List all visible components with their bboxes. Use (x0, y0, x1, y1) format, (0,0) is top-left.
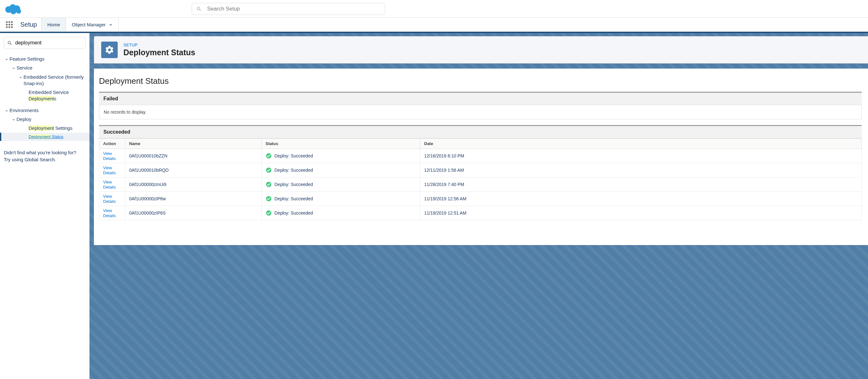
tree-label: Embedded Service (formerly Snap-ins) (24, 74, 86, 87)
view-details-link[interactable]: View Details (103, 151, 116, 161)
svg-point-3 (10, 8, 17, 14)
sidebar-help-text: Didn't find what you're looking for? Try… (4, 149, 86, 163)
setup-tree: Feature Settings Service Embedded Servic… (4, 55, 86, 141)
tree-node-feature-settings[interactable]: Feature Settings (4, 55, 86, 63)
app-name: Setup (19, 18, 41, 31)
chevron-down-icon (11, 65, 17, 71)
tree-label: Deploy (17, 116, 31, 122)
col-status: Status (262, 139, 421, 149)
svg-point-5 (197, 7, 200, 10)
global-search[interactable] (192, 3, 385, 15)
col-date: Date (421, 139, 862, 149)
deploy-name: 0Af1U000010bZZN (125, 149, 262, 163)
chevron-down-icon (109, 23, 113, 27)
success-icon (266, 153, 272, 159)
table-row: View Details0Af1U00000zmUi9Deploy: Succe… (99, 177, 862, 192)
failed-panel: Failed No records to display. (99, 92, 862, 119)
chevron-down-icon (11, 117, 17, 122)
page-eyebrow: SETUP (123, 42, 195, 47)
status-text: Deploy: Succeeded (274, 196, 313, 201)
chevron-down-icon (4, 57, 9, 62)
page-title: Deployment Status (123, 48, 195, 57)
svg-point-4 (16, 9, 21, 13)
failed-empty: No records to display. (99, 105, 862, 119)
tab-object-manager[interactable]: Object Manager (66, 18, 119, 31)
deploy-name: 0Af1U00000zIP6w (125, 192, 262, 206)
tree-node-environments[interactable]: Environments (4, 106, 86, 115)
app-launcher-icon[interactable] (0, 18, 19, 31)
svg-point-7 (8, 41, 10, 44)
status-text: Deploy: Succeeded (274, 153, 313, 158)
svg-line-6 (199, 9, 201, 11)
global-search-input[interactable] (207, 6, 380, 12)
tree-node-service[interactable]: Service (4, 63, 86, 72)
setup-sidebar: Feature Settings Service Embedded Servic… (0, 33, 90, 379)
main-area: SETUP Deployment Status Deployment Statu… (90, 33, 868, 379)
global-header (0, 0, 868, 18)
deploy-date: 12/11/2019 1:56 AM (421, 163, 862, 177)
deploy-date: 11/19/2019 12:56 AM (421, 192, 862, 206)
search-icon (7, 40, 12, 46)
tree-node-deployment-settings[interactable]: Deployment Settings (4, 124, 86, 133)
deploy-date: 12/16/2019 6:10 PM (421, 149, 862, 163)
tree-label: Feature Settings (9, 56, 44, 62)
page-body: Deployment Status Failed No records to d… (94, 68, 868, 245)
sidebar-search-input[interactable] (15, 40, 82, 46)
view-details-link[interactable]: View Details (103, 208, 116, 218)
success-icon (266, 167, 272, 173)
tree-node-deployment-status[interactable]: Deployment Status (0, 133, 90, 141)
nav-bar: Setup Home Object Manager (0, 18, 868, 32)
success-icon (266, 196, 272, 202)
page-header: SETUP Deployment Status (94, 36, 868, 63)
table-row: View Details0Af1U000010bZZNDeploy: Succe… (99, 149, 862, 163)
salesforce-logo[interactable] (4, 3, 23, 15)
tree-node-embedded-service[interactable]: Embedded Service (formerly Snap-ins) (4, 73, 86, 88)
status-text: Deploy: Succeeded (274, 182, 313, 187)
tree-label: Deployment Settings (29, 125, 72, 132)
deploy-date: 11/19/2019 12:51 AM (421, 206, 862, 220)
succeeded-panel: Succeeded Action Name Status Date View D… (99, 125, 862, 220)
deploy-name: 0Af1U00000zmUi9 (125, 177, 262, 192)
tree-label: Deployment Status (29, 134, 63, 140)
sidebar-search[interactable] (4, 37, 86, 49)
deploy-name: 0Af1U00000zIP6S (125, 206, 262, 220)
table-row: View Details0Af1U000010bRQDDeploy: Succe… (99, 163, 862, 177)
tree-label: Environments (9, 107, 39, 114)
tree-node-embedded-service-deployments[interactable]: Embedded Service Deployments (4, 88, 86, 104)
view-details-link[interactable]: View Details (103, 165, 116, 175)
col-name: Name (125, 139, 262, 149)
tree-label: Service (17, 65, 32, 71)
svg-line-8 (10, 43, 11, 45)
table-row: View Details0Af1U00000zIP6wDeploy: Succe… (99, 192, 862, 206)
col-action: Action (99, 139, 125, 149)
status-text: Deploy: Succeeded (274, 168, 313, 173)
status-text: Deploy: Succeeded (274, 210, 313, 215)
body-title: Deployment Status (99, 76, 862, 86)
success-icon (266, 210, 272, 216)
failed-header: Failed (99, 92, 862, 105)
tree-node-deploy[interactable]: Deploy (4, 115, 86, 124)
tree-label: Embedded Service Deployments (29, 89, 86, 102)
success-icon (266, 181, 272, 187)
chevron-down-icon (18, 75, 24, 80)
view-details-link[interactable]: View Details (103, 194, 116, 204)
tab-label: Home (47, 22, 60, 27)
chevron-down-icon (4, 108, 9, 114)
succeeded-table: Action Name Status Date View Details0Af1… (99, 138, 862, 220)
succeeded-header: Succeeded (99, 125, 862, 138)
view-details-link[interactable]: View Details (103, 180, 116, 190)
search-icon (196, 6, 202, 11)
table-row: View Details0Af1U00000zIP6SDeploy: Succe… (99, 206, 862, 220)
deploy-date: 11/28/2019 7:40 PM (421, 177, 862, 192)
tab-home[interactable]: Home (41, 18, 66, 31)
tab-label: Object Manager (72, 22, 106, 27)
deploy-name: 0Af1U000010bRQD (125, 163, 262, 177)
gear-icon (101, 41, 118, 58)
